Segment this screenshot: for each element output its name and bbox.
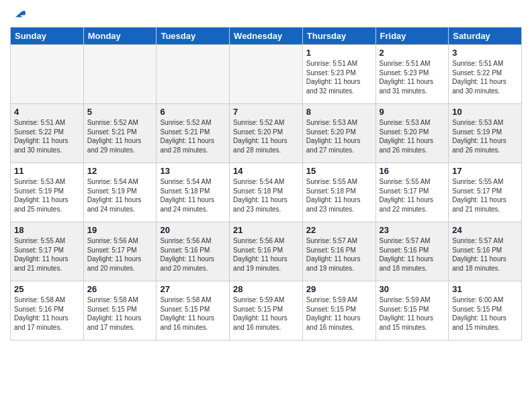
day-number: 21: [233, 225, 299, 235]
calendar-week-row: 25Sunrise: 5:58 AM Sunset: 5:16 PM Dayli…: [11, 281, 522, 340]
day-number: 26: [87, 284, 153, 294]
day-info: Sunrise: 5:55 AM Sunset: 5:17 PM Dayligh…: [14, 236, 80, 273]
calendar-cell: 31Sunrise: 6:00 AM Sunset: 5:15 PM Dayli…: [449, 281, 522, 340]
page-container: SundayMondayTuesdayWednesdayThursdayFrid…: [0, 0, 532, 351]
weekday-header-thursday: Thursday: [302, 28, 375, 45]
day-info: Sunrise: 5:56 AM Sunset: 5:16 PM Dayligh…: [233, 236, 299, 273]
calendar-cell: 5Sunrise: 5:52 AM Sunset: 5:21 PM Daylig…: [83, 104, 157, 163]
day-info: Sunrise: 5:53 AM Sunset: 5:20 PM Dayligh…: [306, 118, 372, 154]
day-number: 4: [14, 107, 80, 117]
calendar-cell: 9Sunrise: 5:53 AM Sunset: 5:20 PM Daylig…: [375, 104, 449, 163]
calendar-cell: 16Sunrise: 5:55 AM Sunset: 5:17 PM Dayli…: [375, 163, 449, 222]
logo: [10, 7, 26, 21]
day-info: Sunrise: 5:55 AM Sunset: 5:17 PM Dayligh…: [452, 177, 518, 214]
day-number: 10: [452, 107, 518, 117]
day-info: Sunrise: 5:56 AM Sunset: 5:16 PM Dayligh…: [160, 236, 226, 273]
day-number: 16: [380, 166, 445, 176]
day-number: 24: [452, 225, 518, 235]
day-info: Sunrise: 5:54 AM Sunset: 5:19 PM Dayligh…: [87, 177, 153, 214]
day-info: Sunrise: 5:59 AM Sunset: 5:15 PM Dayligh…: [380, 295, 445, 332]
weekday-header-monday: Monday: [83, 28, 157, 45]
day-number: 13: [160, 166, 226, 176]
day-info: Sunrise: 5:57 AM Sunset: 5:16 PM Dayligh…: [306, 236, 372, 273]
day-number: 14: [233, 166, 299, 176]
day-number: 30: [380, 284, 445, 294]
weekday-header-friday: Friday: [375, 28, 449, 45]
calendar-cell: 28Sunrise: 5:59 AM Sunset: 5:15 PM Dayli…: [230, 281, 303, 340]
day-info: Sunrise: 5:58 AM Sunset: 5:15 PM Dayligh…: [160, 295, 226, 332]
calendar-cell: 6Sunrise: 5:52 AM Sunset: 5:21 PM Daylig…: [157, 104, 230, 163]
day-number: 5: [87, 107, 153, 117]
day-number: 20: [160, 225, 226, 235]
calendar-cell: 13Sunrise: 5:54 AM Sunset: 5:18 PM Dayli…: [157, 163, 230, 222]
calendar-week-row: 18Sunrise: 5:55 AM Sunset: 5:17 PM Dayli…: [11, 222, 522, 281]
day-number: 2: [380, 48, 445, 58]
weekday-header-row: SundayMondayTuesdayWednesdayThursdayFrid…: [11, 28, 522, 45]
calendar-cell: 3Sunrise: 5:51 AM Sunset: 5:22 PM Daylig…: [449, 45, 522, 104]
logo-icon: [11, 7, 26, 21]
calendar-cell: 19Sunrise: 5:56 AM Sunset: 5:17 PM Dayli…: [83, 222, 157, 281]
day-number: 3: [452, 48, 518, 58]
calendar-cell: 25Sunrise: 5:58 AM Sunset: 5:16 PM Dayli…: [11, 281, 84, 340]
weekday-header-sunday: Sunday: [11, 28, 84, 45]
day-number: 31: [452, 284, 518, 294]
day-number: 11: [14, 166, 80, 176]
day-info: Sunrise: 5:57 AM Sunset: 5:16 PM Dayligh…: [380, 236, 445, 273]
day-info: Sunrise: 5:52 AM Sunset: 5:21 PM Dayligh…: [87, 118, 153, 154]
calendar-cell: [157, 45, 230, 104]
calendar-cell: 22Sunrise: 5:57 AM Sunset: 5:16 PM Dayli…: [302, 222, 375, 281]
day-info: Sunrise: 5:52 AM Sunset: 5:20 PM Dayligh…: [233, 118, 299, 154]
day-info: Sunrise: 5:53 AM Sunset: 5:20 PM Dayligh…: [380, 118, 445, 154]
day-info: Sunrise: 5:59 AM Sunset: 5:15 PM Dayligh…: [306, 295, 372, 332]
weekday-header-tuesday: Tuesday: [157, 28, 230, 45]
calendar-cell: 18Sunrise: 5:55 AM Sunset: 5:17 PM Dayli…: [11, 222, 84, 281]
day-info: Sunrise: 5:53 AM Sunset: 5:19 PM Dayligh…: [452, 118, 518, 154]
calendar-cell: 20Sunrise: 5:56 AM Sunset: 5:16 PM Dayli…: [157, 222, 230, 281]
calendar-cell: 26Sunrise: 5:58 AM Sunset: 5:15 PM Dayli…: [83, 281, 157, 340]
day-info: Sunrise: 5:54 AM Sunset: 5:18 PM Dayligh…: [160, 177, 226, 214]
day-info: Sunrise: 5:51 AM Sunset: 5:23 PM Dayligh…: [380, 59, 445, 95]
day-info: Sunrise: 6:00 AM Sunset: 5:15 PM Dayligh…: [452, 295, 518, 332]
day-info: Sunrise: 5:51 AM Sunset: 5:22 PM Dayligh…: [14, 118, 80, 154]
day-number: 6: [160, 107, 226, 117]
weekday-header-wednesday: Wednesday: [230, 28, 303, 45]
calendar-cell: 21Sunrise: 5:56 AM Sunset: 5:16 PM Dayli…: [230, 222, 303, 281]
calendar-cell: 1Sunrise: 5:51 AM Sunset: 5:23 PM Daylig…: [302, 45, 375, 104]
calendar-cell: 23Sunrise: 5:57 AM Sunset: 5:16 PM Dayli…: [375, 222, 449, 281]
weekday-header-saturday: Saturday: [449, 28, 522, 45]
calendar-cell: 4Sunrise: 5:51 AM Sunset: 5:22 PM Daylig…: [11, 104, 84, 163]
calendar-table: SundayMondayTuesdayWednesdayThursdayFrid…: [10, 27, 522, 340]
day-info: Sunrise: 5:55 AM Sunset: 5:17 PM Dayligh…: [380, 177, 445, 214]
calendar-cell: 14Sunrise: 5:54 AM Sunset: 5:18 PM Dayli…: [230, 163, 303, 222]
day-number: 23: [380, 225, 445, 235]
day-info: Sunrise: 5:59 AM Sunset: 5:15 PM Dayligh…: [233, 295, 299, 332]
day-number: 29: [306, 284, 372, 294]
calendar-cell: 29Sunrise: 5:59 AM Sunset: 5:15 PM Dayli…: [302, 281, 375, 340]
calendar-cell: [11, 45, 84, 104]
calendar-cell: 12Sunrise: 5:54 AM Sunset: 5:19 PM Dayli…: [83, 163, 157, 222]
calendar-cell: 24Sunrise: 5:57 AM Sunset: 5:16 PM Dayli…: [449, 222, 522, 281]
calendar-cell: 27Sunrise: 5:58 AM Sunset: 5:15 PM Dayli…: [157, 281, 230, 340]
day-info: Sunrise: 5:58 AM Sunset: 5:16 PM Dayligh…: [14, 295, 80, 332]
calendar-cell: 11Sunrise: 5:53 AM Sunset: 5:19 PM Dayli…: [11, 163, 84, 222]
day-info: Sunrise: 5:53 AM Sunset: 5:19 PM Dayligh…: [14, 177, 80, 214]
calendar-cell: [83, 45, 157, 104]
day-number: 8: [306, 107, 372, 117]
day-info: Sunrise: 5:51 AM Sunset: 5:22 PM Dayligh…: [452, 59, 518, 95]
day-info: Sunrise: 5:52 AM Sunset: 5:21 PM Dayligh…: [160, 118, 226, 154]
calendar-week-row: 11Sunrise: 5:53 AM Sunset: 5:19 PM Dayli…: [11, 163, 522, 222]
day-number: 9: [380, 107, 445, 117]
calendar-cell: 15Sunrise: 5:55 AM Sunset: 5:18 PM Dayli…: [302, 163, 375, 222]
calendar-cell: 7Sunrise: 5:52 AM Sunset: 5:20 PM Daylig…: [230, 104, 303, 163]
day-number: 7: [233, 107, 299, 117]
day-info: Sunrise: 5:56 AM Sunset: 5:17 PM Dayligh…: [87, 236, 153, 273]
day-number: 22: [306, 225, 372, 235]
calendar-cell: 17Sunrise: 5:55 AM Sunset: 5:17 PM Dayli…: [449, 163, 522, 222]
calendar-cell: 2Sunrise: 5:51 AM Sunset: 5:23 PM Daylig…: [375, 45, 449, 104]
day-info: Sunrise: 5:57 AM Sunset: 5:16 PM Dayligh…: [452, 236, 518, 273]
calendar-week-row: 1Sunrise: 5:51 AM Sunset: 5:23 PM Daylig…: [11, 45, 522, 104]
day-number: 19: [87, 225, 153, 235]
day-info: Sunrise: 5:55 AM Sunset: 5:18 PM Dayligh…: [306, 177, 372, 214]
page-header: [10, 7, 522, 21]
day-info: Sunrise: 5:58 AM Sunset: 5:15 PM Dayligh…: [87, 295, 153, 332]
